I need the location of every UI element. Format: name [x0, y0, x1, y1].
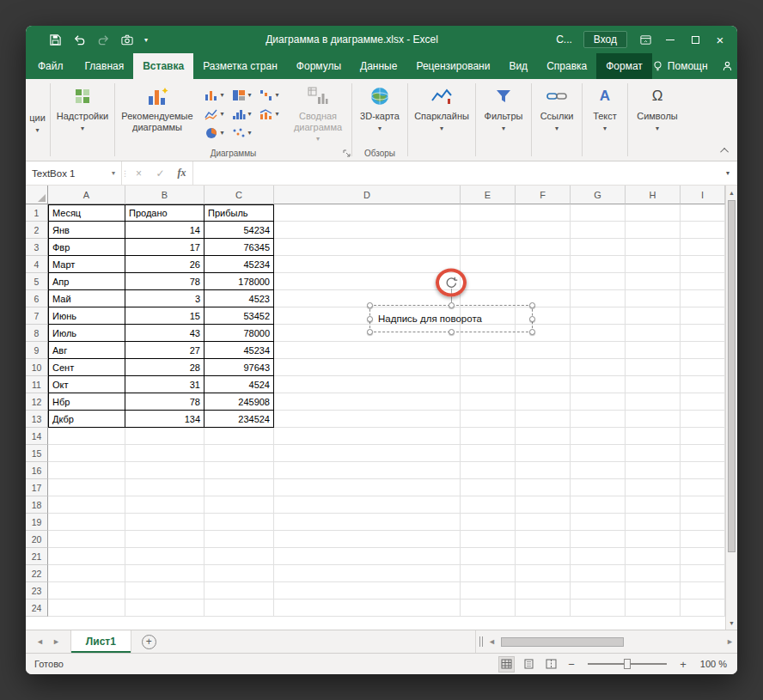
cell-C6[interactable]: 4523	[204, 290, 274, 307]
cell-B8[interactable]: 43	[125, 325, 204, 342]
cell-G14[interactable]	[571, 428, 626, 445]
cell-I9[interactable]	[681, 342, 725, 359]
ribbon-tab-Вид[interactable]: Вид	[499, 53, 537, 79]
namebox-resize-handle[interactable]: ⋮	[122, 161, 128, 185]
cell-D12[interactable]	[274, 393, 461, 411]
insert-waterfall-chart-button[interactable]	[256, 86, 283, 104]
maximize-button[interactable]	[688, 33, 702, 46]
cell-A15[interactable]	[48, 445, 125, 462]
col-header-G[interactable]: G	[571, 186, 626, 204]
resize-handle[interactable]	[367, 302, 373, 308]
cell-A12[interactable]: Нбр	[48, 393, 125, 411]
enter-entry-icon[interactable]: ✓	[150, 167, 171, 180]
insert-statistic-chart-button[interactable]	[229, 105, 255, 123]
ribbon-tab-Вставка[interactable]: Вставка	[133, 53, 193, 79]
cell-F14[interactable]	[516, 428, 571, 445]
name-box[interactable]: TextBox 1	[26, 161, 122, 185]
cell-H24[interactable]	[626, 600, 681, 617]
row-header-16[interactable]: 16	[26, 462, 48, 479]
redo-icon[interactable]	[96, 33, 110, 46]
cell-F2[interactable]	[516, 222, 571, 239]
row-header-11[interactable]: 11	[26, 376, 48, 393]
cell-B22[interactable]	[125, 565, 204, 582]
cell-F20[interactable]	[516, 531, 571, 548]
cell-G20[interactable]	[571, 531, 626, 548]
cell-H12[interactable]	[626, 393, 681, 411]
cell-I5[interactable]	[681, 273, 725, 290]
close-button[interactable]: ×	[713, 33, 727, 46]
cell-C5[interactable]: 178000	[204, 273, 274, 290]
cell-H7[interactable]	[626, 307, 681, 325]
cell-F13[interactable]	[516, 411, 571, 428]
insert-function-button[interactable]: fx	[171, 167, 192, 180]
row-header-20[interactable]: 20	[26, 531, 48, 548]
cell-A7[interactable]: Июнь	[48, 307, 125, 325]
cell-I15[interactable]	[681, 445, 725, 462]
cell-D19[interactable]	[274, 514, 461, 531]
cell-C10[interactable]: 97643	[204, 359, 274, 376]
cell-H9[interactable]	[626, 342, 681, 359]
cell-G9[interactable]	[571, 342, 626, 359]
cell-C2[interactable]: 54234	[204, 222, 274, 239]
scroll-up-icon[interactable]: ▲	[726, 186, 737, 199]
cell-H8[interactable]	[626, 325, 681, 342]
cell-A11[interactable]: Окт	[48, 376, 125, 393]
cell-H23[interactable]	[626, 582, 681, 600]
resize-handle[interactable]	[449, 302, 455, 308]
cell-G6[interactable]	[571, 290, 626, 307]
account-name[interactable]: С...	[556, 33, 572, 46]
cell-D24[interactable]	[274, 600, 461, 617]
cell-I19[interactable]	[681, 514, 725, 531]
resize-handle[interactable]	[367, 329, 373, 335]
dialog-launcher-icon[interactable]	[343, 149, 351, 159]
insert-hierarchy-chart-button[interactable]	[229, 86, 255, 104]
cell-E11[interactable]	[461, 376, 516, 393]
col-header-B[interactable]: B	[125, 186, 204, 204]
zoom-out-button[interactable]: −	[566, 658, 577, 671]
cell-A18[interactable]	[48, 496, 125, 514]
cell-B20[interactable]	[125, 531, 204, 548]
row-header-7[interactable]: 7	[26, 307, 48, 325]
cell-C12[interactable]: 245908	[204, 393, 274, 411]
cell-A2[interactable]: Янв	[48, 222, 125, 239]
cell-E21[interactable]	[461, 548, 516, 565]
resize-handle[interactable]	[529, 329, 535, 335]
cell-A20[interactable]	[48, 531, 125, 548]
cell-H18[interactable]	[626, 496, 681, 514]
scroll-down-icon[interactable]: ▼	[726, 616, 737, 630]
cell-B13[interactable]: 134	[125, 411, 204, 428]
row-header-9[interactable]: 9	[26, 342, 48, 359]
insert-pie-chart-button[interactable]	[201, 124, 228, 142]
cell-D13[interactable]	[274, 411, 461, 428]
col-header-H[interactable]: H	[626, 186, 681, 204]
cell-D9[interactable]	[274, 342, 461, 359]
scroll-left-icon[interactable]: ◄	[488, 637, 496, 646]
cell-F23[interactable]	[516, 582, 571, 600]
col-header-A[interactable]: A	[48, 186, 125, 204]
col-header-E[interactable]: E	[461, 186, 516, 204]
zoom-in-button[interactable]: +	[678, 658, 688, 671]
sheet-tab-active[interactable]: Лист1	[70, 630, 131, 653]
cell-G1[interactable]	[571, 204, 626, 222]
cell-G23[interactable]	[571, 582, 626, 600]
row-header-19[interactable]: 19	[26, 514, 48, 531]
cell-C9[interactable]: 45234	[204, 342, 274, 359]
select-all-button[interactable]	[26, 186, 48, 204]
row-header-1[interactable]: 1	[26, 204, 48, 222]
row-header-6[interactable]: 6	[26, 290, 48, 307]
horizontal-scroll-track[interactable]	[499, 636, 723, 648]
undo-icon[interactable]	[72, 33, 86, 46]
cell-D15[interactable]	[274, 445, 461, 462]
textbox-shape[interactable]: Надпись для поворота	[369, 305, 533, 332]
cell-A9[interactable]: Авг	[48, 342, 125, 359]
next-sheet-icon[interactable]: ►	[52, 637, 60, 646]
vertical-scrollbar[interactable]: ▲ ▼	[725, 186, 737, 630]
prev-sheet-icon[interactable]: ◄	[36, 637, 44, 646]
row-header-24[interactable]: 24	[26, 600, 48, 617]
cell-C1[interactable]: Прибыль	[204, 204, 274, 222]
cell-F22[interactable]	[516, 565, 571, 582]
cell-H5[interactable]	[626, 273, 681, 290]
cell-G13[interactable]	[571, 411, 626, 428]
pivot-chart-button[interactable]: Сводная диаграмма	[285, 79, 351, 143]
cell-A8[interactable]: Июль	[48, 325, 125, 342]
